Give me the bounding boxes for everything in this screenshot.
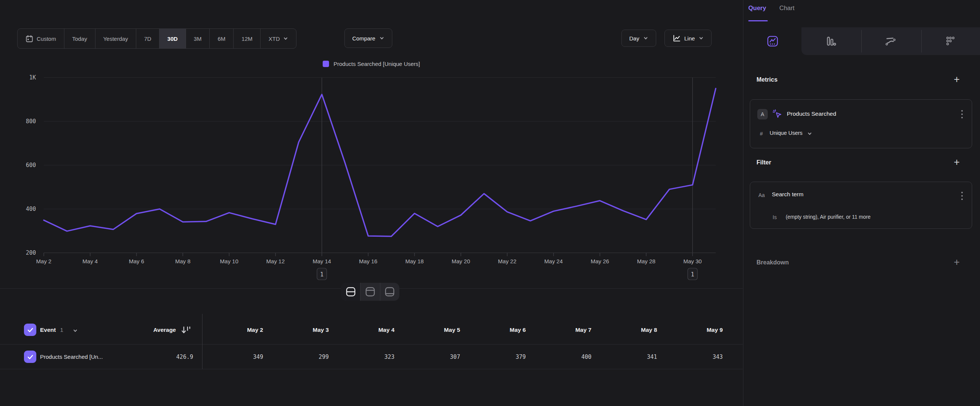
- annotation-count: 1: [320, 271, 323, 278]
- average-column-header[interactable]: Average: [120, 326, 176, 333]
- chevron-down-icon: [283, 36, 288, 41]
- breakdown-section-title: Breakdown: [757, 259, 789, 266]
- average-value: 426.9: [137, 353, 193, 360]
- range-12m[interactable]: 12M: [233, 29, 260, 48]
- legend-label: Products Searched [Unique Users]: [334, 61, 420, 67]
- date-column-header[interactable]: May 5: [400, 326, 460, 333]
- sort-icon[interactable]: [180, 324, 192, 336]
- report-tab-flows[interactable]: [861, 27, 920, 55]
- query-sidebar: Query Chart: [743, 0, 980, 406]
- range-3m[interactable]: 3M: [186, 29, 210, 48]
- compare-label: Compare: [352, 35, 375, 41]
- table-cell-value: 343: [663, 353, 723, 360]
- report-tab-insights[interactable]: [743, 27, 802, 55]
- range-today[interactable]: Today: [64, 29, 95, 48]
- add-breakdown-button[interactable]: +: [954, 258, 960, 266]
- granularity-button[interactable]: Day: [621, 30, 656, 47]
- table-cell-value: 323: [335, 353, 395, 360]
- range-custom[interactable]: Custom: [18, 29, 64, 48]
- chart-view-icon: [385, 287, 395, 297]
- table-header-divider: [0, 344, 743, 345]
- table-view-button[interactable]: [360, 283, 380, 301]
- event-count: 1: [60, 326, 64, 333]
- chart-view-button[interactable]: [380, 283, 399, 301]
- table-cell-value: 307: [400, 353, 460, 360]
- granularity-label: Day: [629, 35, 640, 41]
- date-column-header[interactable]: May 2: [203, 326, 263, 333]
- metric-name[interactable]: Products Searched: [787, 110, 836, 117]
- property-type-label: Aa: [758, 192, 765, 198]
- analytics-app: 1K800600400200May 2May 4May 6May 8May 10…: [0, 0, 980, 406]
- filter-card[interactable]: Aa Search term Is (empty string), Air pu…: [750, 182, 972, 229]
- series-line[interactable]: [44, 88, 716, 236]
- y-axis-label: 200: [26, 250, 36, 256]
- table-column-divider: [202, 314, 202, 369]
- range-label: Today: [72, 36, 87, 42]
- chevron-down-icon: [379, 36, 385, 41]
- insights-icon: [767, 36, 778, 47]
- range-label: 30D: [167, 36, 178, 42]
- y-axis-label: 400: [26, 205, 36, 212]
- event-row-checkbox[interactable]: [24, 350, 36, 363]
- event-row-label[interactable]: Products Searched [Un...: [40, 353, 103, 360]
- date-column-header[interactable]: May 9: [663, 326, 723, 333]
- range-7d[interactable]: 7D: [136, 29, 159, 48]
- tab-chart[interactable]: Chart: [780, 5, 794, 12]
- split-view-button[interactable]: [341, 283, 360, 301]
- date-column-header[interactable]: May 7: [531, 326, 592, 333]
- legend-swatch: [323, 61, 329, 67]
- metric-letter-badge: A: [757, 109, 768, 119]
- chevron-down-icon: [807, 131, 812, 136]
- event-header-checkbox[interactable]: [24, 323, 36, 336]
- table-cell-value: 400: [531, 353, 592, 360]
- x-axis-label: May 6: [129, 258, 144, 264]
- tab-query[interactable]: Query: [748, 5, 766, 12]
- x-axis-label: May 18: [406, 258, 424, 264]
- range-label: XTD: [268, 36, 280, 42]
- aggregation-prefix: #: [760, 131, 763, 137]
- chevron-down-icon[interactable]: [73, 328, 78, 333]
- date-column-header[interactable]: May 8: [597, 326, 657, 333]
- report-tab-more[interactable]: [921, 27, 979, 55]
- event-header-label[interactable]: Event 1: [40, 326, 63, 333]
- range-xtd[interactable]: XTD: [260, 29, 296, 48]
- range-30d[interactable]: 30D: [159, 29, 186, 48]
- table-view-icon: [365, 287, 375, 297]
- chart-legend[interactable]: Products Searched [Unique Users]: [0, 61, 743, 67]
- table-cell-value: 379: [466, 353, 526, 360]
- x-axis-label: May 28: [637, 258, 655, 264]
- more-options-icon[interactable]: [960, 108, 964, 120]
- range-label: 12M: [242, 36, 252, 42]
- range-6m[interactable]: 6M: [209, 29, 233, 48]
- report-tab-funnels[interactable]: [802, 27, 859, 55]
- filter-property-name[interactable]: Search term: [772, 191, 803, 198]
- annotation-count: 1: [691, 271, 694, 278]
- chevron-down-icon: [698, 36, 704, 41]
- filter-operator[interactable]: Is: [773, 214, 777, 220]
- range-yesterday[interactable]: Yesterday: [95, 29, 136, 48]
- date-column-header[interactable]: May 4: [335, 326, 395, 333]
- add-filter-button[interactable]: +: [954, 158, 960, 166]
- date-column-header[interactable]: May 3: [269, 326, 329, 333]
- x-axis-label: May 14: [313, 258, 331, 264]
- active-tab-underline: [748, 20, 768, 21]
- y-axis-label: 800: [26, 118, 36, 125]
- range-label: 3M: [194, 36, 202, 42]
- y-axis-label: 600: [26, 162, 36, 169]
- table-cell-value: 349: [203, 353, 263, 360]
- aggregation-selector[interactable]: Unique Users: [770, 130, 803, 136]
- x-axis-label: May 16: [359, 258, 377, 264]
- filter-value[interactable]: (empty string), Air purifier, or 11 more: [786, 214, 871, 220]
- add-metric-button[interactable]: +: [954, 76, 960, 83]
- x-axis-label: May 2: [36, 258, 52, 264]
- metric-card[interactable]: A Products Searched # Unique Users: [750, 99, 972, 148]
- range-label: 7D: [144, 36, 151, 42]
- chevron-down-icon: [643, 36, 648, 41]
- range-label: 6M: [218, 36, 225, 42]
- date-column-header[interactable]: May 6: [466, 326, 526, 333]
- chart-type-button[interactable]: Line: [665, 30, 712, 47]
- metrics-section-title: Metrics: [757, 76, 778, 83]
- more-options-icon[interactable]: [960, 190, 964, 202]
- compare-button[interactable]: Compare: [344, 29, 392, 48]
- table-row-divider: [0, 369, 743, 369]
